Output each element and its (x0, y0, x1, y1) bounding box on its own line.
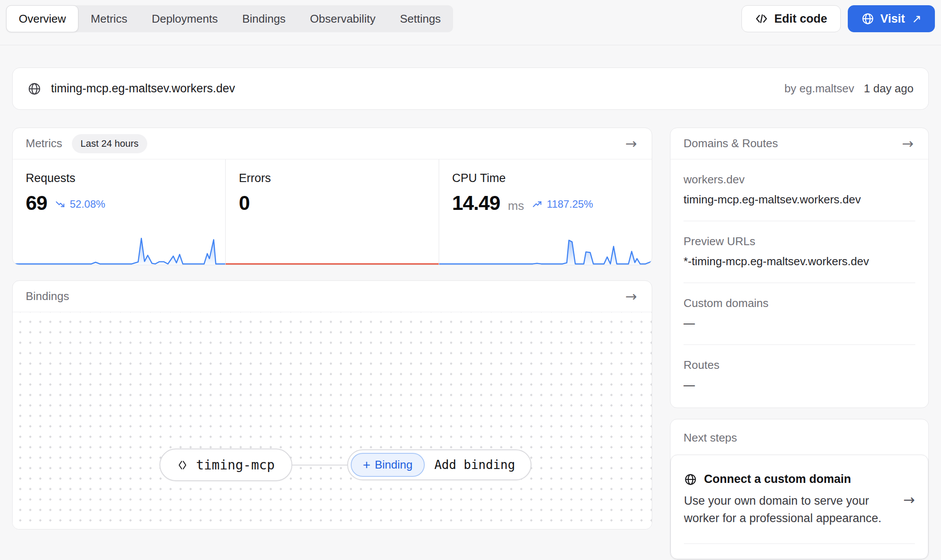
custom-domains-label: Custom domains (684, 297, 915, 310)
worker-url-card: timing-mcp.eg-maltsev.workers.dev by eg.… (12, 67, 929, 110)
bindings-node-row: timing-mcp + Binding Add binding (159, 449, 531, 481)
next-steps-header: Next steps (670, 419, 928, 455)
worker-node[interactable]: timing-mcp (159, 449, 292, 481)
main-content: timing-mcp.eg-maltsev.workers.dev by eg.… (0, 67, 941, 560)
bindings-card-header: Bindings → (13, 281, 652, 312)
domains-card-header: Domains & Routes → (670, 128, 928, 159)
metrics-title: Metrics (26, 137, 62, 150)
routes-value: — (684, 378, 915, 392)
requests-label: Requests (26, 172, 225, 185)
requests-delta: 52.08% (55, 198, 105, 210)
routes-section: Routes — (670, 345, 928, 408)
globe-icon (861, 12, 874, 25)
errors-label: Errors (239, 172, 438, 185)
next-steps-inner-card: Connect a custom domain Use your own dom… (670, 455, 928, 559)
worker-brackets-icon (177, 459, 189, 471)
topbar-actions: Edit code Visit ↗ (741, 5, 935, 32)
globe-icon (684, 473, 697, 486)
errors-metric: Errors 0 (225, 159, 438, 265)
errors-sparkline (226, 237, 438, 265)
metrics-card: Metrics Last 24 hours → Requests 69 (12, 128, 652, 265)
tab-bar: Overview Metrics Deployments Bindings Ob… (6, 5, 453, 32)
cpu-metric: CPU Time 14.49 ms 1187.25% (439, 159, 652, 265)
author-label: by eg.maltsev (784, 82, 854, 95)
tab-bindings[interactable]: Bindings (230, 5, 298, 32)
code-icon (755, 12, 768, 25)
time-range-badge: Last 24 hours (72, 134, 147, 153)
edit-code-label: Edit code (774, 12, 827, 26)
cpu-label: CPU Time (452, 172, 652, 185)
domains-routes-card: Domains & Routes → workers.dev timing-mc… (670, 128, 929, 408)
binding-chip: + Binding (351, 453, 425, 477)
requests-delta-value: 52.08% (70, 198, 105, 210)
workers-dev-label: workers.dev (684, 173, 915, 186)
requests-value: 69 (26, 191, 47, 215)
next-steps-card: Next steps Connect a custom domain (670, 419, 929, 560)
external-link-icon: ↗ (912, 12, 921, 26)
workers-dev-section: workers.dev timing-mcp.eg-maltsev.worker… (670, 159, 928, 206)
worker-node-label: timing-mcp (196, 457, 275, 472)
domains-title: Domains & Routes (684, 137, 778, 150)
bindings-card: Bindings → timing-mcp (12, 280, 652, 530)
requests-sparkline (13, 237, 225, 265)
topbar: Overview Metrics Deployments Bindings Ob… (0, 0, 941, 45)
metrics-card-header: Metrics Last 24 hours → (13, 128, 652, 159)
visit-label: Visit (880, 12, 905, 26)
binding-chip-label: Binding (375, 458, 413, 472)
binding-connector-line (292, 465, 347, 466)
bindings-title: Bindings (26, 290, 69, 303)
tab-overview[interactable]: Overview (6, 5, 78, 32)
preview-urls-label: Preview URLs (684, 235, 915, 248)
cpu-delta-value: 1187.25% (547, 198, 593, 210)
metrics-body: Requests 69 52.08% (13, 159, 652, 265)
edit-code-button[interactable]: Edit code (741, 5, 841, 32)
bindings-arrow-link[interactable]: → (623, 288, 639, 305)
preview-urls-section: Preview URLs *-timing-mcp.eg-maltsev.wor… (670, 221, 928, 268)
worker-url-link[interactable]: timing-mcp.eg-maltsev.workers.dev (51, 82, 235, 95)
workers-dev-value: timing-mcp.eg-maltsev.workers.dev (684, 193, 915, 206)
domains-arrow-link[interactable]: → (900, 135, 915, 152)
custom-domains-section: Custom domains — (670, 283, 928, 330)
globe-icon (27, 82, 41, 96)
bindings-canvas: timing-mcp + Binding Add binding (13, 312, 652, 529)
cpu-sparkline (439, 237, 652, 265)
trend-up-icon (532, 199, 543, 210)
errors-value: 0 (239, 191, 250, 215)
next-item-title: Connect a custom domain (704, 472, 851, 486)
metrics-arrow-link[interactable]: → (623, 135, 639, 152)
routes-label: Routes (684, 358, 915, 372)
cpu-value: 14.49 (452, 191, 500, 215)
cpu-unit: ms (508, 199, 524, 213)
requests-metric: Requests 69 52.08% (13, 159, 225, 265)
next-item-arrow-icon: → (903, 492, 915, 508)
next-steps-title: Next steps (684, 431, 737, 444)
next-item-description: Use your own domain to serve your worker… (684, 492, 889, 527)
plus-icon: + (363, 459, 371, 472)
connect-custom-domain-item[interactable]: Connect a custom domain Use your own dom… (684, 472, 915, 527)
tab-deployments[interactable]: Deployments (139, 5, 230, 32)
divider (684, 543, 915, 544)
add-binding-label: Add binding (425, 458, 528, 472)
custom-domains-value: — (684, 317, 915, 330)
worker-url-left: timing-mcp.eg-maltsev.workers.dev (27, 82, 235, 96)
last-updated-label: 1 day ago (864, 82, 914, 95)
next-item-text: Connect a custom domain Use your own dom… (684, 472, 894, 527)
preview-urls-value: *-timing-mcp.eg-maltsev.workers.dev (684, 255, 915, 268)
tab-settings[interactable]: Settings (388, 5, 453, 32)
visit-button[interactable]: Visit ↗ (848, 5, 935, 32)
tab-observability[interactable]: Observability (298, 5, 388, 32)
add-binding-button[interactable]: + Binding Add binding (347, 449, 532, 480)
cpu-delta: 1187.25% (532, 198, 593, 210)
worker-url-meta: by eg.maltsev 1 day ago (784, 82, 914, 95)
tab-metrics[interactable]: Metrics (78, 5, 139, 32)
trend-down-icon (55, 199, 66, 210)
